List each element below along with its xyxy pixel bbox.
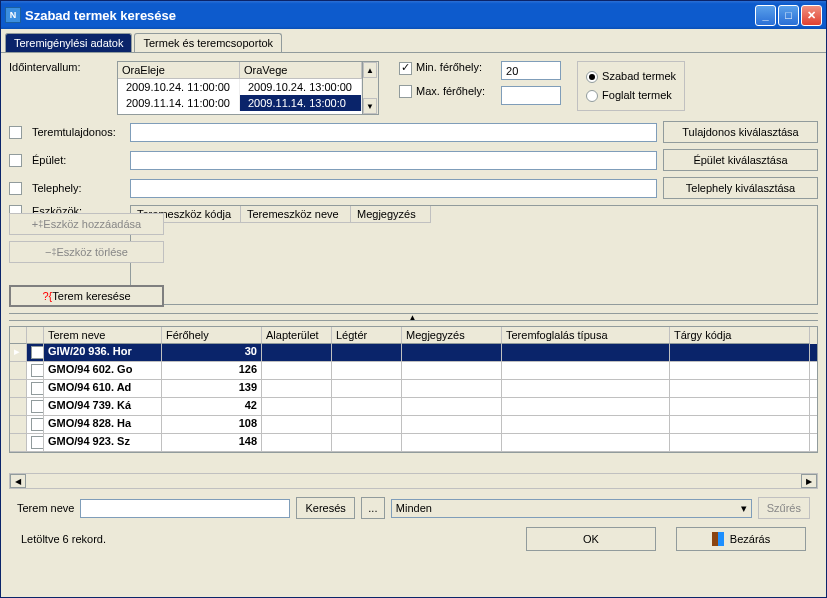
maximize-button[interactable]: □ — [778, 5, 799, 26]
ok-button[interactable]: OK — [526, 527, 656, 551]
telephely-select-button[interactable]: Telephely kiválasztása — [663, 177, 818, 199]
window-title: Szabad termek keresése — [25, 8, 755, 23]
dots-button[interactable]: ... — [361, 497, 385, 519]
splitter[interactable]: ▲ — [9, 313, 818, 321]
max-input[interactable] — [501, 86, 561, 105]
interval-label: Időintervallum: — [9, 61, 109, 73]
table-row[interactable]: GMO/94 610. Ad 139 — [10, 380, 817, 398]
scroll-left-icon[interactable]: ◀ — [10, 474, 26, 488]
eszkoz-add-button: +‡ Eszköz hozzáadása — [9, 213, 164, 235]
radio-szabad[interactable] — [586, 71, 598, 83]
tab-teremigenyles[interactable]: Teremigénylési adatok — [5, 33, 132, 52]
terem-neve-label: Terem neve — [17, 502, 74, 514]
col-oraeleje: OraEleje — [118, 62, 240, 79]
table-row[interactable]: GMO/94 828. Ha 108 — [10, 416, 817, 434]
table-row[interactable]: GMO/94 602. Go 126 — [10, 362, 817, 380]
titlebar: N Szabad termek keresése _ □ ✕ — [1, 1, 826, 29]
radio-foglalt[interactable] — [586, 90, 598, 102]
tulajdonos-input[interactable] — [130, 123, 657, 142]
table-row[interactable]: GMO/94 923. Sz 148 — [10, 434, 817, 452]
minimize-button[interactable]: _ — [755, 5, 776, 26]
chevron-down-icon: ▾ — [741, 502, 747, 515]
tab-termek[interactable]: Termek és teremcsoportok — [134, 33, 282, 52]
filter-dropdown[interactable]: Minden▾ — [391, 499, 752, 518]
terem-keresese-button[interactable]: ?{ Terem keresése — [9, 285, 164, 307]
telephely-input[interactable] — [130, 179, 657, 198]
close-button[interactable]: ✕ — [801, 5, 822, 26]
min-checkbox[interactable] — [399, 62, 412, 75]
col-oravege: OraVege — [240, 62, 362, 79]
bezaras-button[interactable]: Bezárás — [676, 527, 806, 551]
timegrid-scrollbar[interactable]: ▲ ▼ — [363, 61, 379, 115]
door-icon — [712, 532, 724, 546]
epulet-checkbox[interactable] — [9, 154, 22, 167]
tulajdonos-checkbox[interactable] — [9, 126, 22, 139]
eszkoz-delete-button: −‡ Eszköz törlése — [9, 241, 164, 263]
kereses-button[interactable]: Keresés — [296, 497, 354, 519]
scroll-right-icon[interactable]: ▶ — [801, 474, 817, 488]
table-row[interactable]: GMO/94 739. Ká 42 — [10, 398, 817, 416]
epulet-select-button[interactable]: Épület kiválasztása — [663, 149, 818, 171]
min-input[interactable] — [501, 61, 561, 80]
table-row[interactable]: ▸ GIW/20 936. Hor 30 — [10, 344, 817, 362]
max-checkbox[interactable] — [399, 85, 412, 98]
scroll-up-icon[interactable]: ▲ — [363, 62, 377, 78]
result-grid[interactable]: Terem neve Férőhely Alapterület Légtér M… — [9, 326, 818, 453]
scroll-down-icon[interactable]: ▼ — [363, 98, 377, 114]
epulet-input[interactable] — [130, 151, 657, 170]
telephely-checkbox[interactable] — [9, 182, 22, 195]
time-interval-grid[interactable]: OraEleje OraVege 2009.10.24. 11:00:00 20… — [117, 61, 363, 115]
horizontal-scrollbar[interactable]: ◀ ▶ — [9, 473, 818, 489]
szures-button: Szűrés — [758, 497, 810, 519]
status-text: Letöltve 6 rekord. — [21, 533, 106, 545]
eszkozok-grid: Teremeszköz kódja Teremeszköz neve Megje… — [130, 205, 818, 305]
terem-neve-input[interactable] — [80, 499, 290, 518]
app-icon: N — [5, 7, 21, 23]
tulajdonos-select-button[interactable]: Tulajdonos kiválasztása — [663, 121, 818, 143]
